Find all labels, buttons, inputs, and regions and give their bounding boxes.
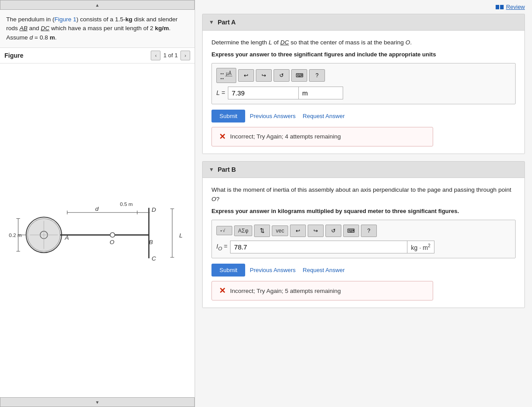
part-a-instruction: Express your answer to three significant… (211, 51, 516, 58)
scroll-up-btn[interactable]: ▲ (0, 0, 195, 10)
part-a-content: Determine the length L of DC so that the… (203, 31, 524, 154)
part-b-unit: kg · m2 (407, 241, 434, 254)
part-a-section: ▼ Part A Determine the length L of DC so… (202, 14, 525, 154)
part-a-submit-btn[interactable]: Submit (211, 110, 245, 122)
figure-svg: A O B D C L d 0.5 m (9, 179, 186, 282)
svg-point-7 (110, 233, 115, 237)
svg-text:C: C (152, 255, 156, 262)
svg-text:d: d (95, 205, 98, 212)
part-b-input-box: ▪√ ΑΣφ ⇅ vec ↩ ↪ ↺ ⌨ ? IO = kg · m2 (211, 220, 516, 259)
svg-text:B: B (149, 239, 153, 245)
problem-text: The pendulum in (Figure 1) consists of a… (0, 10, 195, 48)
part-b-instruction: Express your answer in kilograms multipl… (211, 208, 516, 214)
part-b-request-answer-link[interactable]: Request Answer (303, 267, 345, 273)
svg-text:O: O (110, 239, 114, 245)
svg-text:0.2 m: 0.2 m (9, 233, 22, 238)
part-b-toolbar-help-btn[interactable]: ? (361, 225, 377, 237)
part-a-value-input[interactable] (228, 87, 299, 99)
figure-area: A O B D C L d 0.5 m (0, 63, 195, 397)
part-b-toolbar: ▪√ ΑΣφ ⇅ vec ↩ ↪ ↺ ⌨ ? (216, 225, 511, 237)
part-b-toolbar-arrows-btn[interactable]: ⇅ (254, 225, 270, 237)
part-b-toolbar-redo-btn[interactable]: ↪ (308, 225, 324, 237)
part-b-incorrect-text: Incorrect; Try Again; 5 attempts remaini… (230, 288, 341, 294)
svg-text:L: L (179, 232, 183, 239)
part-b-label-IO: IO = (216, 243, 227, 251)
part-b-incorrect-icon: ✕ (219, 286, 226, 296)
part-a-toolbar: ▪▪▪▪ μÅ ↩ ↪ ↺ ⌨ ? (216, 68, 511, 83)
part-a-title: Part A (218, 19, 236, 26)
right-panel: Review ▼ Part A Determine the length L o… (195, 0, 532, 407)
part-b-question: What is the moment of inertia of this as… (211, 185, 516, 204)
part-a-request-answer-link[interactable]: Request Answer (303, 113, 345, 119)
part-a-unit: m (299, 87, 343, 99)
figure-count: 1 of 1 (163, 52, 178, 59)
part-b-input-row: IO = kg · m2 (216, 241, 511, 254)
part-b-toolbar-alpha-btn[interactable]: ΑΣφ (234, 225, 252, 236)
part-a-label-L: L = (216, 89, 225, 96)
part-a-input-row: L = m (216, 87, 511, 99)
part-a-action-row: Submit Previous Answers Request Answer (211, 110, 516, 122)
figure-header: Figure ‹ 1 of 1 › (0, 48, 195, 63)
part-a-prev-answers-link[interactable]: Previous Answers (250, 113, 295, 119)
svg-text:0.5 m: 0.5 m (120, 202, 133, 207)
part-a-toolbar-redo-btn[interactable]: ↪ (256, 69, 272, 82)
part-a-header[interactable]: ▼ Part A (203, 14, 524, 31)
part-a-toolbar-undo-btn[interactable]: ↩ (238, 69, 254, 82)
part-b-toolbar-fractions-btn[interactable]: ▪√ (216, 226, 232, 235)
scroll-down-btn[interactable]: ▼ (0, 397, 195, 407)
review-label: Review (506, 4, 525, 10)
part-a-question: Determine the length L of DC so that the… (211, 38, 516, 47)
part-b-content: What is the moment of inertia of this as… (203, 178, 524, 308)
figure-1-link[interactable]: Figure 1 (55, 16, 77, 23)
figure-nav: ‹ 1 of 1 › (151, 51, 190, 60)
part-b-incorrect-box: ✕ Incorrect; Try Again; 5 attempts remai… (211, 281, 433, 300)
figure-title: Figure (4, 52, 23, 59)
part-b-collapse-icon: ▼ (209, 166, 214, 173)
part-a-incorrect-text: Incorrect; Try Again; 4 attempts remaini… (230, 133, 341, 140)
part-a-input-box: ▪▪▪▪ μÅ ↩ ↪ ↺ ⌨ ? L = m (211, 63, 516, 104)
part-a-toolbar-refresh-btn[interactable]: ↺ (274, 69, 289, 82)
part-b-toolbar-refresh-btn[interactable]: ↺ (325, 225, 341, 237)
part-b-toolbar-undo-btn[interactable]: ↩ (290, 225, 306, 237)
part-b-toolbar-vec-btn[interactable]: vec (272, 225, 288, 236)
part-b-prev-answers-link[interactable]: Previous Answers (250, 267, 295, 273)
part-b-header[interactable]: ▼ Part B (203, 162, 524, 178)
prev-figure-btn[interactable]: ‹ (151, 51, 160, 60)
part-a-collapse-icon: ▼ (209, 19, 214, 25)
part-b-toolbar-keyboard-btn[interactable]: ⌨ (343, 225, 359, 237)
part-b-title: Part B (218, 166, 236, 173)
part-a-toolbar-fractions-btn[interactable]: ▪▪▪▪ μÅ (216, 68, 236, 83)
part-a-incorrect-box: ✕ Incorrect; Try Again; 4 attempts remai… (211, 127, 433, 146)
part-a-toolbar-keyboard-btn[interactable]: ⌨ (291, 69, 307, 82)
part-b-section: ▼ Part B What is the moment of inertia o… (202, 161, 525, 308)
part-a-incorrect-icon: ✕ (219, 132, 226, 142)
part-b-value-input[interactable] (230, 241, 407, 253)
part-b-submit-btn[interactable]: Submit (211, 264, 245, 277)
part-b-action-row: Submit Previous Answers Request Answer (211, 264, 516, 277)
svg-text:D: D (152, 206, 156, 213)
left-panel: ▲ The pendulum in (Figure 1) consists of… (0, 0, 195, 407)
review-link[interactable]: Review (496, 4, 525, 10)
next-figure-btn[interactable]: › (180, 51, 190, 60)
part-a-toolbar-help-btn[interactable]: ? (309, 69, 325, 82)
review-bar: Review (195, 0, 532, 14)
review-icon (496, 5, 504, 9)
